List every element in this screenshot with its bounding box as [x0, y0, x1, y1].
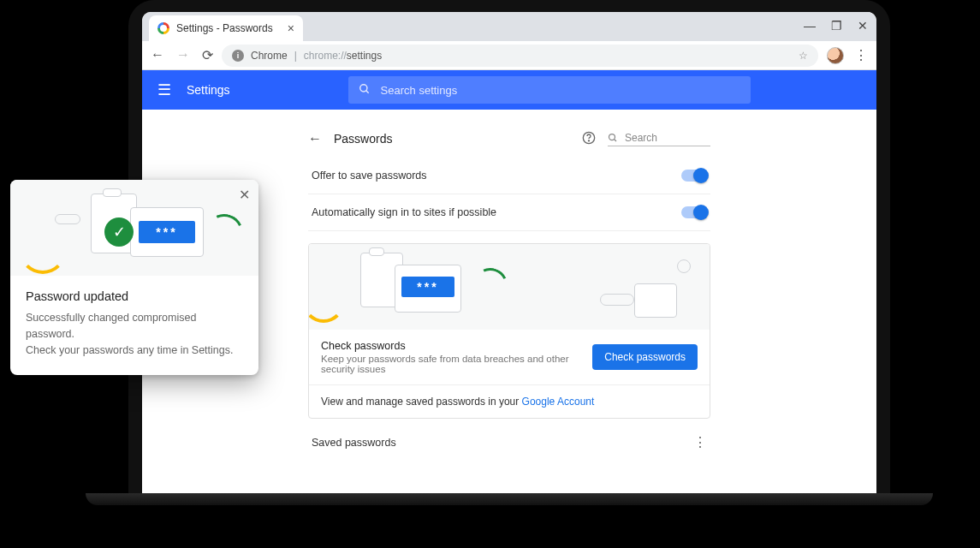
reload-icon[interactable]: ⟳	[202, 47, 213, 63]
offer-save-label: Offer to save passwords	[312, 170, 427, 182]
omnibox-separator: |	[294, 50, 297, 62]
auto-signin-toggle[interactable]	[681, 206, 707, 218]
tab-strip: Settings - Passwords × — ❐ ✕	[142, 12, 876, 41]
saved-passwords-row: Saved passwords ⋮	[308, 419, 710, 450]
settings-search-placeholder: Search settings	[381, 84, 458, 97]
tab-title: Settings - Passwords	[176, 22, 273, 34]
saved-passwords-menu-icon[interactable]: ⋮	[693, 434, 707, 450]
omnibox-path: settings	[347, 50, 382, 62]
popup-title: Password updated	[26, 289, 243, 303]
svg-line-5	[615, 139, 617, 141]
passwords-search[interactable]: Search	[608, 132, 710, 146]
saved-passwords-label: Saved passwords	[312, 437, 396, 449]
google-account-link[interactable]: Google Account	[522, 396, 595, 408]
address-bar[interactable]: i Chrome | chrome://settings ☆	[222, 45, 818, 67]
omnibox-prefix: Chrome	[251, 50, 288, 62]
back-icon[interactable]: ←	[151, 47, 164, 63]
settings-title: Settings	[187, 83, 230, 97]
check-passwords-button[interactable]: Check passwords	[592, 344, 698, 370]
laptop-base	[86, 493, 933, 505]
offer-save-row[interactable]: Offer to save passwords	[308, 158, 710, 194]
browser-toolbar: ← → ⟳ i Chrome | chrome://settings ☆ ⋮	[142, 41, 876, 70]
passwords-search-placeholder: Search	[625, 132, 657, 144]
browser-tab[interactable]: Settings - Passwords ×	[149, 15, 303, 41]
svg-point-3	[588, 140, 589, 140]
popup-line-1: Successfully changed compromised passwor…	[26, 310, 243, 342]
back-arrow-icon[interactable]: ←	[308, 131, 322, 146]
auto-signin-label: Automatically sign in to sites if possib…	[312, 206, 496, 218]
settings-search[interactable]: Search settings	[348, 76, 751, 104]
svg-line-1	[365, 90, 368, 92]
close-icon[interactable]: ✕	[858, 19, 868, 33]
auto-signin-row[interactable]: Automatically sign in to sites if possib…	[308, 194, 710, 231]
section-title: Passwords	[334, 132, 392, 146]
manage-passwords-row: View and manage saved passwords in your …	[309, 385, 710, 418]
favicon-icon	[157, 22, 169, 34]
settings-header: ☰ Settings Search settings	[142, 70, 876, 110]
restore-icon[interactable]: ❐	[831, 19, 842, 33]
profile-avatar[interactable]	[827, 47, 844, 64]
offer-save-toggle[interactable]	[681, 170, 707, 182]
check-passwords-title: Check passwords	[321, 340, 582, 352]
help-icon[interactable]	[582, 131, 596, 147]
svg-point-0	[359, 84, 366, 91]
popup-illustration: *** ✓ ✕	[10, 180, 258, 276]
menu-icon[interactable]: ☰	[157, 80, 171, 99]
search-icon	[608, 133, 618, 143]
password-updated-popup: *** ✓ ✕ Password updated Successfully ch…	[10, 180, 258, 375]
checkmark-icon: ✓	[104, 217, 134, 247]
tab-close-icon[interactable]: ×	[288, 21, 294, 35]
bookmark-star-icon[interactable]: ☆	[799, 50, 808, 62]
manage-passwords-text: View and manage saved passwords in your	[321, 396, 522, 408]
search-icon	[359, 83, 371, 98]
popup-close-icon[interactable]: ✕	[239, 187, 250, 203]
minimize-icon[interactable]: —	[804, 19, 816, 33]
check-passwords-sub: Keep your passwords safe from data breac…	[321, 354, 582, 374]
overflow-menu-icon[interactable]: ⋮	[854, 47, 868, 63]
check-passwords-card: *** Check passwords Keep your passwords …	[308, 243, 710, 419]
forward-icon: →	[176, 47, 190, 63]
site-info-icon[interactable]: i	[232, 50, 244, 62]
card-illustration: ***	[309, 244, 710, 330]
omnibox-scheme: chrome://	[304, 50, 347, 62]
popup-line-2: Check your passwords any time in Setting…	[26, 342, 243, 359]
window-controls: — ❐ ✕	[804, 19, 868, 33]
section-header: ← Passwords Search	[308, 120, 710, 158]
svg-point-4	[609, 134, 615, 140]
